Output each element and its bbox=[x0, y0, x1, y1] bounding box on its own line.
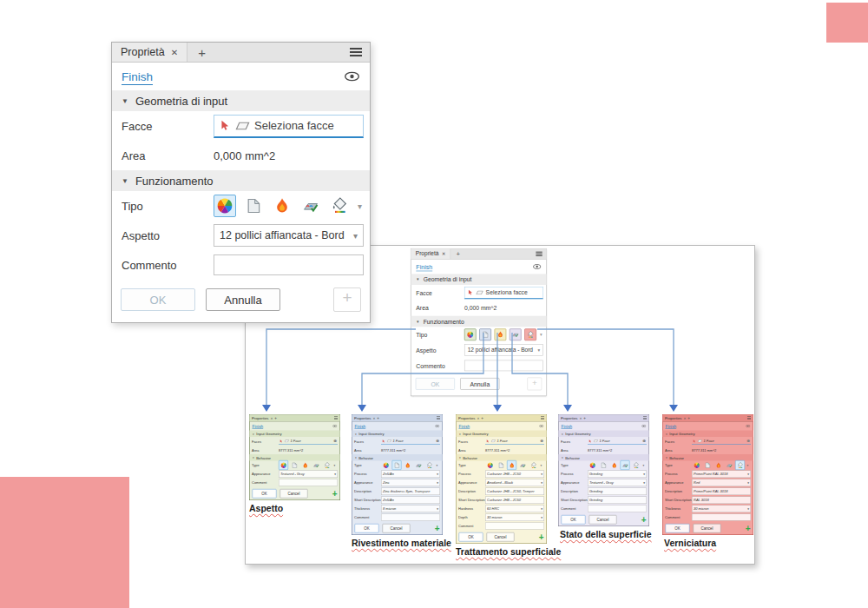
section-input-geometry[interactable]: ▼Input Geometry bbox=[559, 431, 649, 438]
close-icon[interactable]: ✕ bbox=[442, 251, 445, 256]
ok-button[interactable]: OK bbox=[355, 524, 379, 533]
type-paint-icon[interactable] bbox=[735, 460, 745, 470]
menu-icon[interactable] bbox=[747, 417, 751, 420]
appearance-select[interactable]: Red▾ bbox=[692, 479, 751, 486]
type-surface-texture-icon[interactable] bbox=[312, 460, 321, 470]
add-selection-icon[interactable]: ⊕ bbox=[333, 439, 337, 444]
eye-icon[interactable] bbox=[435, 425, 440, 428]
close-icon[interactable]: ✕ bbox=[270, 416, 273, 420]
type-material-coating-icon[interactable] bbox=[496, 460, 506, 470]
cancel-button[interactable]: Cancel bbox=[589, 515, 617, 525]
faces-input[interactable]: Seleziona facce bbox=[464, 287, 543, 299]
type-paint-icon[interactable] bbox=[328, 195, 351, 217]
type-appearance-icon[interactable] bbox=[692, 460, 701, 470]
comment-input[interactable] bbox=[485, 523, 544, 530]
type-material-coating-icon[interactable] bbox=[479, 328, 491, 340]
ok-button[interactable]: OK bbox=[459, 532, 483, 542]
comment-input[interactable] bbox=[692, 514, 751, 521]
add-selection-icon[interactable]: ⊕ bbox=[746, 439, 750, 444]
type-paint-icon[interactable] bbox=[322, 460, 332, 470]
description-input[interactable]: Zinc thickness 8μm, Transpare bbox=[381, 487, 440, 495]
type-material-coating-icon[interactable] bbox=[392, 460, 402, 470]
type-surface-treatment-icon[interactable] bbox=[271, 195, 293, 217]
type-surface-treatment-icon[interactable] bbox=[507, 460, 516, 470]
type-appearance-icon[interactable] bbox=[279, 460, 288, 470]
appearance-select[interactable]: 12 pollici affiancata - Bord ▾ bbox=[464, 344, 543, 356]
appearance-select[interactable]: 12 pollici affiancata - Bord ▾ bbox=[214, 224, 364, 247]
finish-link[interactable]: Finish bbox=[416, 263, 432, 270]
eye-icon[interactable] bbox=[746, 425, 751, 428]
type-surface-treatment-icon[interactable] bbox=[300, 460, 310, 470]
section-input-geometry[interactable]: ▼ Geometria di input bbox=[112, 90, 370, 111]
new-tab-button[interactable]: + bbox=[481, 416, 483, 420]
menu-icon[interactable] bbox=[541, 417, 544, 420]
appearance-select[interactable]: Textured - Gray▾ bbox=[588, 479, 647, 486]
chevron-down-icon[interactable]: ▾ bbox=[437, 464, 438, 467]
type-appearance-icon[interactable] bbox=[214, 195, 236, 217]
type-surface-treatment-icon[interactable] bbox=[403, 460, 412, 470]
finish-link[interactable]: Finish bbox=[459, 424, 470, 429]
thickness-select[interactable]: 8 micron▾ bbox=[381, 505, 440, 512]
short-description-input[interactable]: RAL 3018 bbox=[692, 496, 751, 504]
process-select[interactable]: Zn5/An▾ bbox=[381, 470, 440, 478]
type-material-coating-icon[interactable] bbox=[703, 460, 713, 470]
add-finish-button[interactable]: + bbox=[746, 524, 751, 532]
section-input-geometry[interactable]: ▼Input Geometry bbox=[457, 431, 547, 438]
faces-input[interactable]: 1 Face⊕ bbox=[485, 438, 544, 445]
menu-icon[interactable] bbox=[643, 417, 647, 420]
comment-input[interactable] bbox=[381, 514, 440, 521]
comment-input[interactable] bbox=[214, 254, 364, 275]
eye-icon[interactable] bbox=[641, 425, 647, 428]
add-selection-icon[interactable]: ⊕ bbox=[436, 439, 439, 444]
type-appearance-icon[interactable] bbox=[485, 460, 495, 470]
section-input-geometry[interactable]: ▼Input Geometry bbox=[352, 431, 443, 438]
type-appearance-icon[interactable] bbox=[464, 328, 477, 340]
type-material-coating-icon[interactable] bbox=[599, 460, 608, 470]
finish-link[interactable]: Finish bbox=[355, 424, 366, 429]
chevron-down-icon[interactable]: ▾ bbox=[540, 332, 542, 337]
appearance-select[interactable]: Textured - Gray▾ bbox=[279, 470, 338, 478]
type-surface-texture-icon[interactable] bbox=[518, 460, 528, 470]
close-icon[interactable]: ✕ bbox=[579, 416, 582, 420]
cancel-button[interactable]: Annulla bbox=[206, 288, 280, 311]
type-surface-texture-icon[interactable] bbox=[621, 460, 630, 470]
depth-select[interactable]: 30 micron▾ bbox=[485, 513, 544, 521]
type-surface-texture-icon[interactable] bbox=[414, 460, 424, 470]
close-icon[interactable]: ✕ bbox=[477, 416, 479, 420]
type-surface-treatment-icon[interactable] bbox=[713, 460, 723, 470]
comment-input[interactable] bbox=[279, 479, 338, 486]
section-input-geometry[interactable]: ▼ Geometria di input bbox=[411, 274, 547, 285]
finish-link[interactable]: Finish bbox=[122, 70, 153, 83]
cancel-button[interactable]: Cancel bbox=[383, 524, 411, 533]
add-finish-button[interactable]: + bbox=[435, 524, 440, 532]
menu-icon[interactable] bbox=[536, 252, 542, 256]
cancel-button[interactable]: Cancel bbox=[694, 524, 721, 533]
add-finish-button[interactable]: + bbox=[539, 532, 544, 541]
process-select[interactable]: Grinding▾ bbox=[588, 470, 647, 478]
new-tab-button[interactable]: + bbox=[583, 416, 586, 420]
type-paint-icon[interactable] bbox=[424, 460, 434, 470]
faces-input[interactable]: 1 Face⊕ bbox=[381, 438, 440, 445]
finish-link[interactable]: Finish bbox=[666, 424, 677, 429]
appearance-select[interactable]: Anodized - Black▾ bbox=[485, 479, 544, 486]
eye-icon[interactable] bbox=[344, 70, 360, 83]
section-input-geometry[interactable]: ▼Input Geometry bbox=[250, 431, 340, 438]
ok-button[interactable]: OK bbox=[253, 489, 277, 499]
menu-icon[interactable] bbox=[350, 48, 362, 56]
short-description-input[interactable]: Grinding bbox=[588, 496, 647, 504]
faces-input[interactable]: 1 Face⊕ bbox=[588, 438, 647, 445]
description-input[interactable]: Grinding bbox=[588, 487, 647, 495]
close-icon[interactable]: ✕ bbox=[171, 48, 178, 57]
faces-input[interactable]: Seleziona facce bbox=[214, 115, 364, 138]
close-icon[interactable]: ✕ bbox=[683, 416, 686, 420]
new-tab-button[interactable]: + bbox=[187, 46, 216, 59]
chevron-down-icon[interactable]: ▾ bbox=[643, 464, 645, 467]
type-appearance-icon[interactable] bbox=[381, 460, 391, 470]
ok-button[interactable]: OK bbox=[562, 515, 586, 525]
ok-button[interactable]: OK bbox=[121, 288, 195, 311]
type-paint-icon[interactable] bbox=[529, 460, 538, 470]
menu-icon[interactable] bbox=[334, 417, 338, 420]
add-finish-button[interactable]: + bbox=[332, 489, 338, 498]
add-selection-icon[interactable]: ⊕ bbox=[540, 439, 543, 444]
type-surface-texture-icon[interactable] bbox=[725, 460, 734, 470]
